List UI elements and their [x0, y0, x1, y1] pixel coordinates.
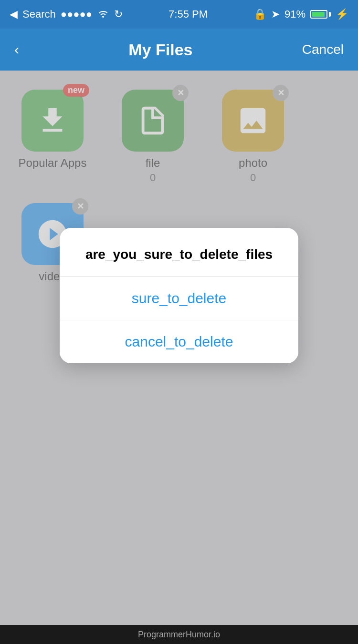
confirm-delete-button[interactable]: sure_to_delete — [60, 277, 298, 320]
footer-bar: ProgrammerHumor.io — [0, 625, 358, 644]
back-chevron-icon: ‹ — [14, 41, 19, 58]
back-button[interactable]: ‹ — [14, 41, 19, 58]
main-content: new Popular Apps ✕ file 0 ✕ photo — [0, 71, 358, 625]
lock-icon: 🔒 — [253, 8, 266, 20]
delete-dialog: are_you_sure_to_delete_files sure_to_del… — [60, 228, 298, 363]
battery-icon — [310, 10, 331, 19]
dialog-title: are_you_sure_to_delete_files — [60, 228, 298, 277]
charging-icon: ⚡ — [336, 8, 348, 20]
status-left: ◀ Search ●●●●● ↻ — [10, 8, 123, 20]
status-bar: ◀ Search ●●●●● ↻ 7:55 PM 🔒 ➤ 91% ⚡ — [0, 0, 358, 29]
cancel-delete-button[interactable]: cancel_to_delete — [60, 320, 298, 363]
page-title: My Files — [128, 41, 192, 59]
status-right: 🔒 ➤ 91% ⚡ — [253, 8, 348, 20]
carrier-label: Search — [22, 8, 56, 20]
time-display: 7:55 PM — [168, 8, 208, 20]
location-icon: ➤ — [271, 8, 280, 20]
refresh-icon: ↻ — [114, 8, 123, 20]
wifi-icon — [97, 8, 109, 20]
footer-text: ProgrammerHumor.io — [138, 630, 220, 640]
dialog-overlay: are_you_sure_to_delete_files sure_to_del… — [0, 71, 358, 625]
cancel-button[interactable]: Cancel — [302, 42, 344, 57]
back-nav-icon: ◀ — [10, 8, 18, 20]
signal-dots: ●●●●● — [61, 8, 92, 20]
battery-percent: 91% — [284, 8, 305, 20]
nav-bar: ‹ My Files Cancel — [0, 29, 358, 71]
